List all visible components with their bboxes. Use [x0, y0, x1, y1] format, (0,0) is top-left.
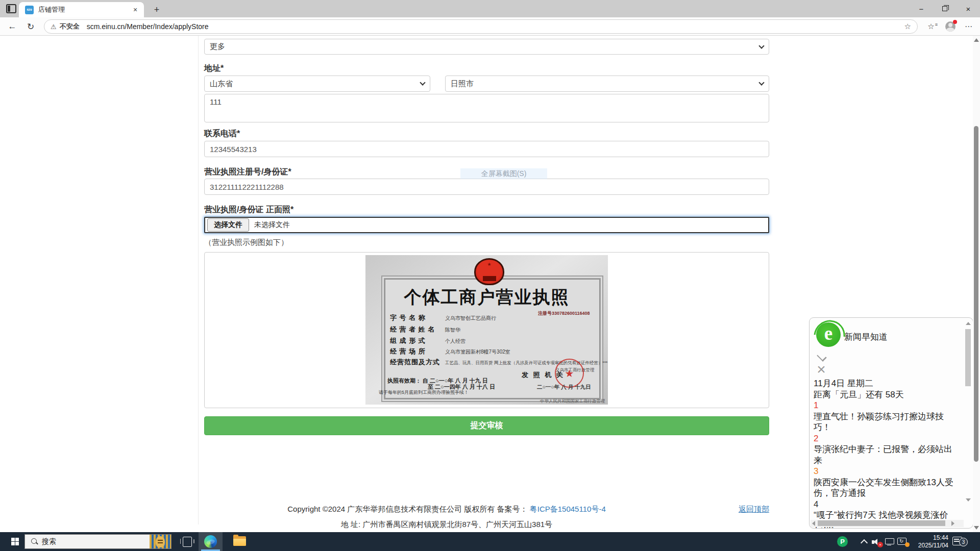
phone-label: 联系电话*	[204, 129, 240, 139]
site-favicon-icon: 629	[25, 6, 34, 14]
back-to-top-link[interactable]: 返回顶部	[739, 505, 769, 514]
news-list: 11月4日 星期二 距离「元旦」还有 58天 1 理直气壮！孙颖莎练习打擦边球技…	[814, 378, 960, 529]
alert-dot	[905, 542, 910, 547]
restore-button[interactable]	[933, 0, 957, 17]
back-button[interactable]: ←	[6, 20, 18, 33]
phone-input[interactable]	[204, 141, 769, 157]
chevron-down-icon	[420, 80, 425, 85]
minimize-button[interactable]: −	[910, 0, 933, 17]
url-text[interactable]: scm.einu.cn/Member/Index/applyStore	[87, 22, 904, 31]
city-select[interactable]: 日照市	[445, 76, 769, 92]
task-view-button[interactable]	[180, 536, 195, 548]
new-tab-button[interactable]: +	[151, 4, 162, 15]
footer-address: 地 址: 广州市番禺区南村镇观景北街87号、广州天河五山381号	[204, 520, 689, 530]
address-bar[interactable]: ⚠ 不安全 scm.einu.cn/Member/Index/applyStor…	[44, 19, 918, 34]
notification-badge: 3	[959, 538, 968, 546]
windows-logo-icon	[11, 538, 19, 545]
license-title: 个体工商户营业执照	[365, 286, 608, 309]
news-panel-title: 新闻早知道	[844, 331, 888, 343]
news-item-number: 3	[814, 466, 960, 477]
news-item-link[interactable]: 导演张纪中妻子：已报警，必须站出来	[814, 444, 960, 466]
tab-close-icon[interactable]: ×	[131, 5, 140, 14]
scroll-up-arrow-icon[interactable]	[974, 38, 979, 42]
close-window-button[interactable]: ×	[957, 0, 980, 17]
license-no-input[interactable]	[204, 179, 769, 195]
national-emblem-icon	[474, 258, 504, 285]
license-example-image: 个体工商户营业执照 注册号330782600116408 字 号 名 称义乌市智…	[365, 255, 608, 405]
taskbar-search-box[interactable]: 搜索	[24, 534, 172, 549]
profile-avatar[interactable]	[944, 21, 957, 32]
no-file-text: 未选择文件	[254, 220, 290, 230]
more-menu-icon[interactable]: ⋯	[963, 21, 975, 32]
issue-date: 二○一○年 八 月 十九日	[537, 384, 591, 391]
scroll-down-arrow-icon[interactable]	[966, 498, 971, 502]
hidden-icons-chevron-icon[interactable]	[862, 540, 867, 545]
volume-muted-icon[interactable]: ×	[872, 538, 883, 546]
province-select[interactable]: 山东省	[204, 76, 430, 92]
browser-tab[interactable]: 629 店铺管理 ×	[19, 2, 144, 17]
photo-label: 营业执照/身份证 正面照*	[204, 205, 293, 215]
news-item-link[interactable]: 理直气壮！孙颖莎练习打擦边球技巧！	[814, 411, 960, 433]
page-content: 更多 地址* 山东省 日照市 111 联系电话* 营业执照注册号/身份证* 营业…	[0, 36, 980, 532]
news-date-line: 11月4日 星期二	[814, 378, 960, 389]
news-horizontal-scrollbar[interactable]	[811, 520, 964, 527]
chevron-down-icon	[758, 80, 764, 85]
search-highlight-image[interactable]	[150, 534, 171, 549]
start-button[interactable]	[6, 532, 23, 551]
taskbar-clock[interactable]: 15:44 2025/11/04	[911, 534, 948, 549]
taskbar-edge-button[interactable]	[199, 532, 223, 551]
license-row: 组 成 形 式个人经营	[390, 336, 465, 345]
beian-label: 备案号：	[495, 505, 529, 513]
scrollbar-thumb[interactable]	[974, 126, 978, 462]
example-note: （营业执照示例图如下）	[204, 238, 288, 247]
file-explorer-icon	[233, 536, 246, 546]
page-scrollbar[interactable]	[973, 36, 980, 532]
system-tray: P × ↻ 15:44 2025/11/04 3	[827, 532, 980, 551]
annual-check-note: 请于每年的5月底前到工商所办理验照手续！	[379, 389, 469, 396]
beian-link[interactable]: 粤ICP备15045110号-4	[530, 505, 606, 513]
tab-title: 店铺管理	[38, 5, 131, 14]
collapse-chevron-icon[interactable]	[814, 349, 831, 360]
left-divider	[198, 36, 199, 524]
restore-icon	[942, 6, 947, 11]
screen: 629 店铺管理 × + − × ← ↻ ⚠ 不安全 scm.einu.cn/M…	[0, 0, 980, 551]
choose-file-button[interactable]: 选择文件	[207, 218, 249, 232]
tray-app-p-icon[interactable]: P	[837, 536, 848, 547]
copyright-text: Copyright ©2024 广东华举邦信息技术有限责任公司 版权所有	[287, 505, 495, 513]
search-icon	[31, 538, 38, 545]
edge-icon	[204, 535, 217, 548]
action-center-icon[interactable]: 3	[952, 537, 966, 547]
license-row: 字 号 名 称义乌市智创工艺品商行	[390, 313, 496, 322]
news-item-link[interactable]: 陕西安康一公交车发生侧翻致13人受伤，官方通报	[814, 477, 960, 499]
license-row: 经 营 场 所义乌市篁园新村8幢7号302室	[390, 346, 510, 356]
favorite-star-icon[interactable]: ☆	[904, 22, 911, 31]
tab-actions-menu-icon[interactable]	[6, 4, 16, 13]
scrollbar-thumb[interactable]	[818, 520, 945, 526]
more-select[interactable]: 更多	[204, 39, 769, 55]
license-regno: 注册号330782600116408	[538, 310, 590, 317]
scroll-up-arrow-icon[interactable]	[966, 322, 971, 325]
license-no-label: 营业执照注册号/身份证*	[204, 167, 291, 178]
news-item-number: 2	[814, 433, 960, 444]
file-upload-input[interactable]: 选择文件 未选择文件	[204, 217, 769, 233]
submit-button[interactable]: 提交审核	[204, 416, 769, 435]
license-example-box: 个体工商户营业执照 注册号330782600116408 字 号 名 称义乌市智…	[204, 252, 769, 408]
scroll-right-arrow-icon[interactable]	[951, 521, 954, 526]
taskbar-explorer-button[interactable]	[228, 532, 252, 551]
security-label[interactable]: 不安全	[60, 22, 80, 31]
scrollbar-thumb[interactable]	[965, 329, 971, 386]
news-close-icon[interactable]: ×	[815, 363, 828, 376]
scroll-down-arrow-icon[interactable]	[974, 526, 979, 530]
network-icon[interactable]	[885, 538, 894, 545]
scroll-left-arrow-icon[interactable]	[812, 521, 815, 526]
refresh-button[interactable]: ↻	[24, 20, 37, 33]
address-label: 地址*	[204, 63, 224, 74]
sync-status-icon[interactable]: ↻	[897, 537, 910, 546]
chevron-down-icon	[758, 43, 764, 48]
browser-toolbar: ← ↻ ⚠ 不安全 scm.einu.cn/Member/Index/apply…	[0, 17, 980, 36]
license-row: 经 营 者 姓 名陈智华	[390, 324, 460, 334]
news-logo-icon	[816, 322, 841, 347]
address-detail-textarea[interactable]: 111	[204, 94, 769, 122]
favorites-bar-icon[interactable]: ☆	[925, 21, 937, 32]
news-vertical-scrollbar[interactable]	[965, 320, 971, 518]
